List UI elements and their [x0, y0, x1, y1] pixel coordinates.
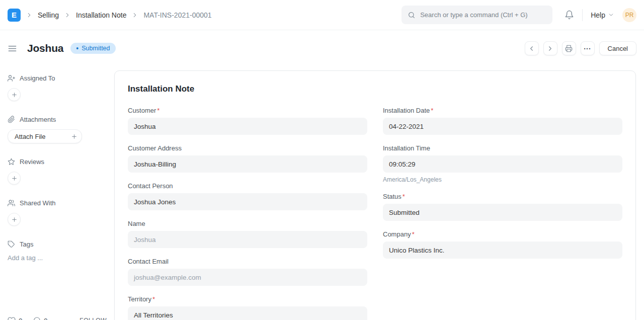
next-document-button[interactable]: [543, 41, 557, 55]
form-sidebar: Assigned To Attachments Attach File Revi…: [0, 66, 114, 320]
app-logo-icon[interactable]: E: [8, 9, 21, 22]
likes-count: 0: [19, 317, 23, 320]
ellipsis-icon: ...: [584, 43, 591, 51]
field-company: Company* Unico Plastics Inc.: [383, 230, 622, 259]
follow-button[interactable]: FOLLOW: [79, 317, 107, 320]
status-select[interactable]: Submitted: [383, 204, 622, 221]
field-installation-date: Installation Date* 04-22-2021: [383, 107, 622, 135]
sidebar-toggle-icon[interactable]: [8, 44, 17, 53]
search-icon: [408, 11, 416, 19]
shared-with-label: Shared With: [20, 199, 56, 207]
contact-person-input[interactable]: Joshua Jones: [128, 193, 367, 210]
more-options-button[interactable]: ...: [581, 41, 595, 55]
sidebar-section-shared-with: Shared With: [8, 199, 107, 226]
company-label: Company: [383, 230, 411, 238]
star-icon: [8, 158, 15, 166]
required-asterisk: *: [412, 230, 415, 238]
required-asterisk: *: [152, 295, 155, 303]
plus-icon: [11, 92, 18, 98]
customer-address-input[interactable]: Joshua-Billing: [128, 155, 367, 173]
page-body: Assigned To Attachments Attach File Revi…: [0, 66, 644, 320]
field-name: Name Joshua: [128, 220, 367, 248]
add-assignment-button[interactable]: [8, 88, 21, 101]
cancel-button[interactable]: Cancel: [599, 41, 636, 55]
help-menu[interactable]: Help: [591, 11, 614, 19]
navbar-divider: [582, 9, 583, 21]
status-field-label: Status: [383, 193, 401, 200]
field-territory: Territory* All Territories: [128, 295, 367, 320]
navbar: E Selling Installation Note MAT-INS-2021…: [0, 0, 644, 30]
required-asterisk: *: [157, 107, 159, 114]
user-plus-icon: [8, 74, 15, 82]
reviews-label: Reviews: [20, 158, 44, 166]
chevron-right-icon: [546, 45, 554, 52]
contact-person-label: Contact Person: [128, 182, 173, 190]
plus-icon: [71, 133, 77, 140]
installation-time-input[interactable]: 09:05:29: [383, 155, 622, 173]
required-asterisk: *: [403, 193, 405, 200]
attachments-label: Attachments: [20, 116, 56, 123]
sidebar-bottom: 0 · 0 FOLLOW You edited this: [8, 316, 107, 320]
customer-input[interactable]: Joshua: [128, 118, 367, 135]
breadcrumb-chevron-icon: [64, 12, 71, 19]
customer-label: Customer: [128, 107, 156, 114]
field-customer-address: Customer Address Joshua-Billing: [128, 144, 367, 173]
paperclip-icon: [8, 116, 15, 123]
customer-address-label: Customer Address: [128, 144, 182, 152]
field-installation-time: Installation Time 09:05:29 America/Los_A…: [383, 144, 622, 183]
form-grid: Customer* Joshua Customer Address Joshua…: [128, 107, 622, 320]
prev-document-button[interactable]: [525, 41, 539, 55]
sidebar-section-assigned-to: Assigned To: [8, 74, 107, 101]
attach-file-button[interactable]: Attach File: [8, 129, 82, 143]
breadcrumb-docname: MAT-INS-2021-00001: [143, 11, 211, 19]
territory-input[interactable]: All Territories: [128, 306, 367, 320]
required-asterisk: *: [431, 107, 433, 114]
company-input[interactable]: Unico Plastics Inc.: [383, 242, 622, 259]
contact-email-label: Contact Email: [128, 258, 169, 265]
form-column-right: Installation Date* 04-22-2021 Installati…: [383, 107, 622, 320]
status-dot: •: [76, 45, 78, 52]
comments-count: 0: [44, 317, 48, 320]
dot-separator: ·: [27, 317, 29, 320]
field-contact-email: Contact Email joshua@example.com: [128, 258, 367, 286]
installation-time-label: Installation Time: [383, 144, 430, 152]
comment-icon[interactable]: [33, 316, 41, 320]
breadcrumb-module[interactable]: Selling: [38, 11, 59, 19]
sidebar-section-attachments: Attachments Attach File: [8, 116, 107, 143]
contact-email-input[interactable]: joshua@example.com: [128, 269, 367, 286]
chevron-down-icon: [608, 12, 614, 18]
page-header: Joshua • Submitted ... Cancel: [0, 30, 644, 66]
name-label: Name: [128, 220, 145, 227]
installation-date-label: Installation Date: [383, 107, 430, 114]
sidebar-section-tags: Tags Add a tag ...: [8, 241, 107, 262]
search-input[interactable]: [420, 11, 546, 19]
avatar[interactable]: PR: [622, 8, 636, 22]
form-card: Installation Note Customer* Joshua Custo…: [114, 70, 636, 320]
social-row: 0 · 0 FOLLOW: [8, 316, 107, 320]
print-button[interactable]: [562, 41, 576, 55]
tag-icon: [8, 241, 15, 248]
heart-icon[interactable]: [8, 316, 16, 320]
territory-label: Territory: [128, 295, 151, 303]
breadcrumb-doctype[interactable]: Installation Note: [76, 11, 126, 19]
installation-date-input[interactable]: 04-22-2021: [383, 118, 622, 135]
form-section-title: Installation Note: [128, 84, 622, 94]
global-search[interactable]: [401, 6, 552, 24]
name-input[interactable]: Joshua: [128, 231, 367, 248]
add-tag-input[interactable]: Add a tag ...: [8, 254, 107, 262]
add-share-button[interactable]: [8, 213, 21, 226]
assigned-to-label: Assigned To: [20, 74, 55, 82]
page-title: Joshua: [27, 42, 63, 54]
help-label: Help: [591, 11, 605, 19]
add-review-button[interactable]: [8, 172, 21, 185]
field-contact-person: Contact Person Joshua Jones: [128, 182, 367, 210]
breadcrumb: E Selling Installation Note MAT-INS-2021…: [8, 9, 212, 22]
field-status: Status* Submitted: [383, 193, 622, 221]
plus-icon: [11, 175, 18, 182]
breadcrumb-chevron-icon: [26, 12, 33, 19]
sidebar-section-reviews: Reviews: [8, 158, 107, 185]
plus-icon: [11, 216, 18, 223]
breadcrumb-chevron-icon: [131, 12, 138, 19]
form-column-left: Customer* Joshua Customer Address Joshua…: [128, 107, 367, 320]
notifications-bell-icon[interactable]: [565, 10, 574, 20]
